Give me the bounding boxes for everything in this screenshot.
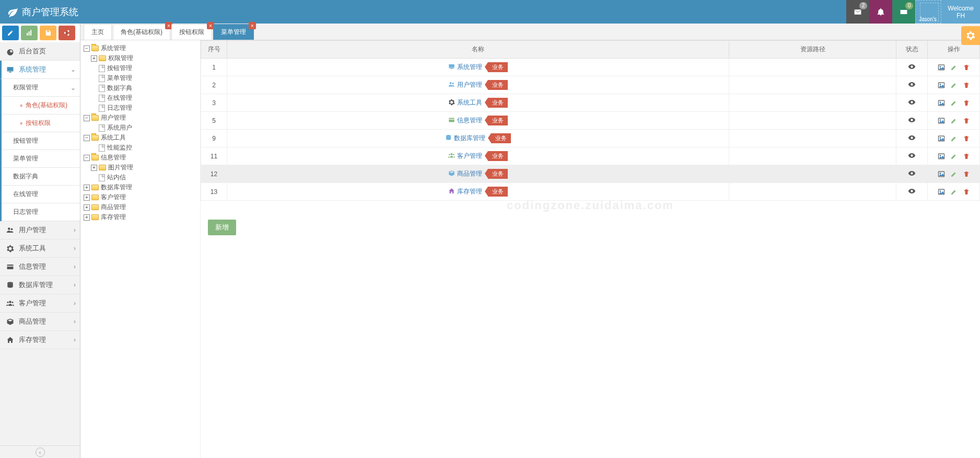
tree-node[interactable]: 站内信 <box>83 173 198 182</box>
row-name-link[interactable]: 系统工具 <box>448 99 484 106</box>
sidebar-item[interactable]: 数据库管理› <box>0 276 80 294</box>
row-name-link[interactable]: 库存管理 <box>448 188 484 195</box>
nav-avatar[interactable]: Jason's <box>915 0 941 24</box>
tree-node[interactable]: +图片管理 <box>83 163 198 173</box>
row-edit-button[interactable] <box>950 188 958 196</box>
status-toggle[interactable] <box>908 100 916 108</box>
nav-notifications-button[interactable] <box>869 0 892 24</box>
tab[interactable]: 主页 <box>84 24 112 40</box>
nav-user-menu[interactable]: Welcome FH <box>941 0 980 24</box>
tab[interactable]: 菜单管理× <box>213 24 254 40</box>
tree-node[interactable]: +客户管理 <box>83 192 198 202</box>
row-name-link[interactable]: 商品管理 <box>448 170 484 177</box>
row-delete-button[interactable] <box>963 64 970 71</box>
tree-node[interactable]: −用户管理 <box>83 113 198 123</box>
row-name-link[interactable]: 客户管理 <box>448 152 484 159</box>
row-delete-button[interactable] <box>963 153 970 160</box>
tree-node[interactable]: +商品管理 <box>83 202 198 212</box>
row-delete-button[interactable] <box>963 99 970 107</box>
sidebar-item[interactable]: 库存管理› <box>0 331 80 349</box>
row-image-button[interactable] <box>938 188 945 196</box>
status-toggle[interactable] <box>908 189 916 197</box>
toolbar-edit-button[interactable] <box>2 26 19 40</box>
sidebar-item[interactable]: 信息管理› <box>0 258 80 276</box>
row-edit-button[interactable] <box>950 153 958 160</box>
tree-expand-icon[interactable]: + <box>84 204 90 211</box>
tree-node[interactable]: −系统管理 <box>83 43 198 53</box>
sidebar-item[interactable]: 后台首页 <box>0 42 80 61</box>
row-delete-button[interactable] <box>963 188 970 196</box>
tree-node[interactable]: +数据库管理 <box>83 182 198 192</box>
sidebar-item[interactable]: 系统管理⌄ <box>0 61 80 79</box>
sidebar-subitem[interactable]: ∘角色(基础权限) <box>2 97 80 115</box>
status-toggle[interactable] <box>908 154 916 161</box>
row-image-button[interactable] <box>938 135 945 142</box>
row-edit-button[interactable] <box>950 99 958 107</box>
row-image-button[interactable] <box>938 153 945 160</box>
tree-expand-icon[interactable]: + <box>91 55 97 62</box>
toolbar-save-button[interactable] <box>40 26 56 40</box>
row-name-link[interactable]: 用户管理 <box>448 81 484 88</box>
status-toggle[interactable] <box>908 65 916 72</box>
tree-node[interactable]: 按钮管理 <box>83 63 198 73</box>
sidebar-item[interactable]: 系统工具› <box>0 239 80 258</box>
toolbar-chart-button[interactable] <box>21 26 38 40</box>
new-button[interactable]: 新增 <box>208 220 236 235</box>
status-toggle[interactable] <box>908 136 916 143</box>
sidebar-subitem[interactable]: 按钮管理 <box>2 132 80 150</box>
tree-expand-icon[interactable]: + <box>84 185 90 191</box>
row-edit-button[interactable] <box>950 117 958 124</box>
status-toggle[interactable] <box>908 83 916 90</box>
tree-node[interactable]: 菜单管理 <box>83 73 198 83</box>
row-edit-button[interactable] <box>950 170 958 178</box>
tree-node[interactable]: 日志管理 <box>83 103 198 113</box>
tab[interactable]: 按钮权限× <box>171 24 212 40</box>
tree-expand-icon[interactable]: + <box>91 165 97 171</box>
row-delete-button[interactable] <box>963 117 970 124</box>
row-name-link[interactable]: 信息管理 <box>448 117 484 124</box>
row-image-button[interactable] <box>938 64 945 71</box>
row-delete-button[interactable] <box>963 135 970 142</box>
row-image-button[interactable] <box>938 117 945 124</box>
nav-messages-button[interactable]: 0 <box>892 0 915 24</box>
row-image-button[interactable] <box>938 82 945 89</box>
tree-collapse-icon[interactable]: − <box>84 115 90 121</box>
tree-node[interactable]: +权限管理 <box>83 53 198 63</box>
settings-float-button[interactable] <box>961 26 980 45</box>
tree-node[interactable]: −信息管理 <box>83 153 198 163</box>
row-image-button[interactable] <box>938 99 945 107</box>
row-image-button[interactable] <box>938 170 945 178</box>
row-name-link[interactable]: 数据库管理 <box>445 134 487 142</box>
tree-collapse-icon[interactable]: − <box>84 155 90 161</box>
sidebar-subitem[interactable]: 权限管理⌄ <box>2 79 80 97</box>
status-toggle[interactable] <box>908 118 916 125</box>
sidebar-subitem[interactable]: ∘按钮权限 <box>2 115 80 132</box>
tree-node[interactable]: −系统工具 <box>83 133 198 143</box>
status-toggle[interactable] <box>908 171 916 179</box>
sidebar-item[interactable]: 用户管理› <box>0 221 80 239</box>
sidebar-subitem[interactable]: 数据字典 <box>2 168 80 186</box>
row-edit-button[interactable] <box>950 135 958 142</box>
tree-collapse-icon[interactable]: − <box>84 135 90 141</box>
row-edit-button[interactable] <box>950 82 958 89</box>
tree-expand-icon[interactable]: + <box>84 194 90 201</box>
row-name-link[interactable]: 系统管理 <box>448 63 484 71</box>
tree-collapse-icon[interactable]: − <box>84 45 90 52</box>
tab[interactable]: 角色(基础权限)× <box>113 24 170 40</box>
sidebar-item[interactable]: 商品管理› <box>0 313 80 331</box>
tab-close-button[interactable]: × <box>249 22 256 29</box>
row-edit-button[interactable] <box>950 64 958 71</box>
tree-node[interactable]: 性能监控 <box>83 143 198 153</box>
sidebar-subitem[interactable]: 在线管理 <box>2 186 80 203</box>
tree-node[interactable]: 数据字典 <box>83 83 198 93</box>
sidebar-subitem[interactable]: 菜单管理 <box>2 150 80 168</box>
tree-node[interactable]: 在线管理 <box>83 93 198 103</box>
sidebar-subitem[interactable]: 日志管理 <box>2 203 80 221</box>
row-delete-button[interactable] <box>963 82 970 89</box>
row-delete-button[interactable] <box>963 170 970 178</box>
tree-node[interactable]: 系统用户 <box>83 123 198 133</box>
toolbar-share-button[interactable] <box>59 26 75 40</box>
tree-node[interactable]: +库存管理 <box>83 212 198 222</box>
tree-expand-icon[interactable]: + <box>84 214 90 221</box>
nav-tasks-button[interactable]: 2 <box>846 0 869 24</box>
